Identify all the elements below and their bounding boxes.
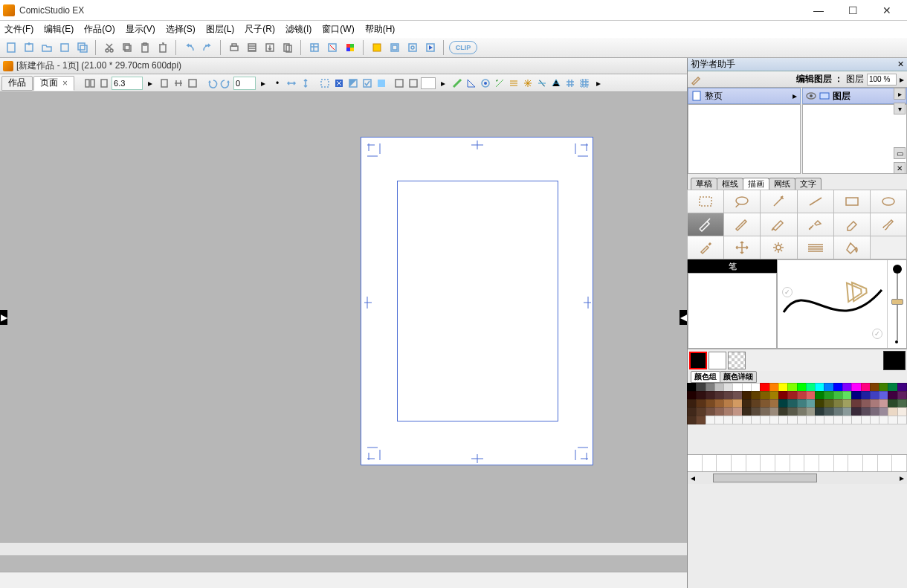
check-icon[interactable]: ✓ <box>872 329 882 339</box>
foreground-color[interactable] <box>689 352 707 369</box>
pen-tool-icon[interactable] <box>687 213 724 236</box>
canvas-viewport[interactable]: ▶ ◀ <box>0 92 687 542</box>
panel-horizontal-scrollbar[interactable]: ◂ ▸ <box>688 472 907 484</box>
rotate-left-icon[interactable] <box>205 77 219 90</box>
snap-grid-icon[interactable] <box>393 77 406 90</box>
palette-swatch[interactable] <box>723 416 733 424</box>
symmetry-icon[interactable] <box>493 77 506 90</box>
scroll-right-icon[interactable]: ▸ <box>897 473 907 483</box>
menu-window[interactable]: 窗口(W) <box>322 23 354 36</box>
palette-swatch[interactable] <box>787 416 797 424</box>
scrollbar-thumb[interactable] <box>713 474 817 482</box>
menu-layer[interactable]: 图层(L) <box>206 23 235 36</box>
tab-work[interactable]: 作品 <box>1 76 33 91</box>
layer-list-right[interactable] <box>802 104 907 174</box>
print-icon[interactable] <box>226 39 242 56</box>
cut-icon[interactable] <box>101 39 117 56</box>
panel-actions-icon[interactable] <box>404 39 421 56</box>
menu-view[interactable]: 显示(V) <box>126 23 155 36</box>
page-setup-icon[interactable] <box>280 39 296 56</box>
palette-swatch[interactable] <box>833 416 843 424</box>
palette-swatch[interactable] <box>778 416 788 424</box>
close-button[interactable]: ✕ <box>870 0 904 21</box>
eyedropper-tool-icon[interactable] <box>687 236 724 259</box>
palette-swatch[interactable] <box>706 416 715 424</box>
export-icon[interactable] <box>262 39 278 56</box>
palette-swatch[interactable] <box>806 416 816 424</box>
blur-tool-icon[interactable] <box>760 236 797 259</box>
perspective-icon[interactable] <box>479 77 492 90</box>
marker-tool-icon[interactable] <box>760 213 797 236</box>
copy-icon[interactable] <box>119 39 135 56</box>
chevron-right-icon[interactable]: ▸ <box>894 88 906 100</box>
menu-work[interactable]: 作品(O) <box>84 23 114 36</box>
radial-icon[interactable] <box>549 77 563 90</box>
zoom-input[interactable] <box>112 77 143 90</box>
focus-line-icon[interactable] <box>521 77 535 90</box>
tab-color-set[interactable]: 颜色组 <box>691 371 720 383</box>
palette-swatch[interactable] <box>732 416 742 424</box>
rotate-right-icon[interactable] <box>219 77 233 90</box>
panel-expand-right-icon[interactable]: ◀ <box>680 310 687 325</box>
rect-tool-icon[interactable] <box>833 190 871 213</box>
dot-icon[interactable]: • <box>271 77 284 90</box>
palette-swatch[interactable] <box>861 416 871 424</box>
brush-tool-icon[interactable] <box>870 213 907 236</box>
shrink-select-icon[interactable] <box>361 77 374 90</box>
paste-icon[interactable] <box>137 39 153 56</box>
concentric-icon[interactable] <box>535 77 549 90</box>
move-tool-icon[interactable] <box>723 236 761 259</box>
delete-icon[interactable] <box>155 39 171 56</box>
panel-materials-icon[interactable] <box>387 39 403 56</box>
pencil-tool-icon[interactable] <box>723 213 761 236</box>
palette-swatch[interactable] <box>797 416 807 424</box>
line-tool-icon[interactable] <box>797 190 834 213</box>
tab-tone[interactable]: 网纸 <box>769 178 795 190</box>
palette-swatch[interactable] <box>870 416 879 424</box>
deselect-icon[interactable] <box>332 77 346 90</box>
redo-icon[interactable] <box>199 39 216 56</box>
grid-show-icon[interactable] <box>578 77 591 90</box>
undo-icon[interactable] <box>181 39 198 56</box>
tab-color-detail[interactable]: 颜色详细 <box>720 371 757 383</box>
palette-swatch[interactable] <box>824 416 833 424</box>
chevron-right-icon[interactable]: ▸ <box>592 77 605 90</box>
open-icon[interactable] <box>39 39 55 56</box>
select-all-icon[interactable] <box>318 77 332 90</box>
page-scope-button[interactable]: 整页 ▸ <box>688 88 801 104</box>
new-doc-icon[interactable] <box>3 39 19 56</box>
minimize-button[interactable]: — <box>801 0 836 21</box>
selection-float-icon[interactable] <box>375 77 388 90</box>
tab-frame[interactable]: 框线 <box>717 178 743 190</box>
delete-layer-icon[interactable]: ✕ <box>894 162 906 174</box>
tab-sketch[interactable]: 草稿 <box>691 178 717 190</box>
actual-size-icon[interactable] <box>186 77 199 90</box>
palette-swatch[interactable] <box>687 416 697 424</box>
tab-draw[interactable]: 描画 <box>743 178 769 190</box>
panel-navigator-icon[interactable] <box>324 39 340 56</box>
parallel-line-icon[interactable] <box>507 77 520 90</box>
close-icon[interactable]: ✕ <box>897 59 904 69</box>
brush-size-slider[interactable] <box>887 260 906 348</box>
invert-select-icon[interactable] <box>346 77 360 90</box>
flip-h-icon[interactable] <box>285 77 298 90</box>
spread-icon[interactable] <box>83 77 97 90</box>
maximize-button[interactable]: ☐ <box>836 0 870 21</box>
palette-swatch[interactable] <box>751 416 761 424</box>
menu-filter[interactable]: 滤镜(I) <box>285 23 312 36</box>
rotation-input[interactable] <box>233 77 256 90</box>
wand-tool-icon[interactable] <box>760 190 797 213</box>
eraser-tool-icon[interactable] <box>833 213 871 236</box>
tab-text[interactable]: 文字 <box>795 178 822 190</box>
airbrush-tool-icon[interactable] <box>797 213 834 236</box>
ellipse-tool-icon[interactable] <box>870 190 907 213</box>
chevron-down-icon[interactable]: ▾ <box>894 103 906 114</box>
grid-icon[interactable] <box>564 77 577 90</box>
horizontal-scrollbar[interactable] <box>0 542 687 555</box>
slider-handle[interactable] <box>891 299 903 305</box>
palette-swatch[interactable] <box>897 416 907 424</box>
palette-swatch[interactable] <box>760 416 769 424</box>
new-layer-icon[interactable]: ▭ <box>894 147 906 159</box>
eye-icon[interactable] <box>806 91 816 100</box>
palette-swatch[interactable] <box>888 416 897 424</box>
